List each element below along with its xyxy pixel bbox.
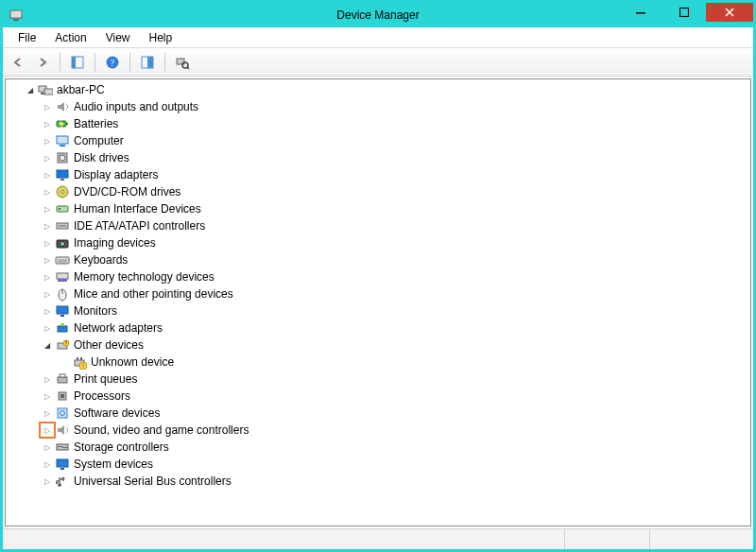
expand-icon[interactable] <box>40 167 55 182</box>
expand-icon[interactable] <box>40 269 55 285</box>
tree-item-label: Imaging devices <box>74 236 156 250</box>
help-button[interactable]: ? <box>101 51 124 74</box>
tree-row[interactable]: Software devices <box>6 405 750 422</box>
svg-rect-9 <box>147 57 153 68</box>
collapse-icon[interactable] <box>23 82 38 97</box>
close-button[interactable] <box>706 3 753 22</box>
svg-rect-1 <box>13 19 19 21</box>
tree-item-label: Software devices <box>74 406 160 420</box>
expand-icon[interactable] <box>40 371 55 387</box>
software-icon <box>55 405 70 421</box>
menu-action[interactable]: Action <box>45 29 95 46</box>
title-bar: Device Manager <box>3 3 753 27</box>
tree-row[interactable]: Universal Serial Bus controllers <box>6 473 750 490</box>
device-manager-window: Device Manager File Action View Help <box>0 0 756 552</box>
expand-icon[interactable] <box>40 133 55 148</box>
tree-row[interactable]: ?Other devices <box>6 336 750 354</box>
expand-icon[interactable] <box>40 116 55 131</box>
expand-icon[interactable] <box>40 235 55 250</box>
expand-icon[interactable] <box>40 218 55 233</box>
tree-item-label: Unknown device <box>91 355 174 369</box>
tree-row[interactable]: Storage controllers <box>6 439 750 456</box>
tree-row[interactable]: Audio inputs and outputs <box>6 98 750 115</box>
tree-item-label: Disk drives <box>74 151 129 164</box>
expand-icon[interactable] <box>40 252 55 267</box>
tree-row[interactable]: Memory technology devices <box>6 268 750 285</box>
svg-rect-2 <box>636 12 645 14</box>
minimize-button[interactable] <box>619 3 662 22</box>
expand-icon[interactable] <box>40 405 55 421</box>
menu-help[interactable]: Help <box>140 29 182 46</box>
tree-item-label: IDE ATA/ATAPI controllers <box>74 219 205 233</box>
display-icon <box>55 167 70 182</box>
tree-row[interactable]: DVD/CD-ROM drives <box>6 183 750 200</box>
svg-rect-59 <box>60 468 64 470</box>
menu-view[interactable]: View <box>96 29 140 46</box>
tree-row[interactable]: IDE ATA/ATAPI controllers <box>6 217 750 234</box>
expand-icon[interactable] <box>40 474 55 489</box>
expand-icon[interactable] <box>40 423 55 438</box>
separator <box>60 53 60 72</box>
expand-icon[interactable] <box>40 320 55 336</box>
expand-icon[interactable] <box>40 184 55 199</box>
computer-icon <box>55 133 70 148</box>
maximize-button[interactable] <box>662 3 706 22</box>
svg-rect-36 <box>58 279 67 282</box>
device-tree-pane[interactable]: akbar-PCAudio inputs and outputsBatterie… <box>5 78 751 526</box>
expand-icon[interactable] <box>40 303 55 319</box>
tree-row[interactable]: Display adapters <box>6 166 750 183</box>
expand-icon[interactable] <box>40 201 55 216</box>
expand-icon[interactable] <box>40 99 55 114</box>
tree-item-label: System devices <box>74 457 153 471</box>
expand-icon[interactable] <box>40 440 55 455</box>
tree-row[interactable]: Disk drives <box>6 149 750 166</box>
tree-row[interactable]: !Unknown device <box>6 354 750 371</box>
other-icon: ? <box>55 337 70 353</box>
audio-icon <box>55 99 70 114</box>
tree-row[interactable]: Human Interface Devices <box>6 200 750 217</box>
status-bar <box>3 528 753 549</box>
tree-row[interactable]: Monitors <box>6 302 750 319</box>
tree-item-label: Memory technology devices <box>74 270 215 284</box>
tree-row[interactable]: Computer <box>6 132 750 149</box>
mouse-icon <box>55 286 70 302</box>
tree-item-label: Storage controllers <box>74 440 169 454</box>
tree-row[interactable]: Imaging devices <box>6 234 750 251</box>
svg-rect-39 <box>57 306 68 314</box>
client-area: akbar-PCAudio inputs and outputsBatterie… <box>3 77 753 528</box>
expand-icon[interactable] <box>40 150 55 165</box>
tree-row[interactable]: Network adapters <box>6 319 750 336</box>
tree-item-label: Universal Serial Bus controllers <box>74 474 232 488</box>
tree-row[interactable]: Processors <box>6 388 750 405</box>
tree-row[interactable]: System devices <box>6 456 750 473</box>
expand-icon[interactable] <box>40 286 55 302</box>
svg-point-61 <box>62 477 65 480</box>
scan-hardware-button[interactable] <box>171 51 194 74</box>
tree-row[interactable]: Mice and other pointing devices <box>6 285 750 302</box>
svg-rect-0 <box>10 10 22 18</box>
memory-icon <box>55 269 70 285</box>
tree-row[interactable]: Print queues <box>6 371 750 388</box>
tree-row[interactable]: Keyboards <box>6 251 750 268</box>
tree-row[interactable]: akbar-PC <box>6 81 750 98</box>
back-button[interactable] <box>7 51 29 74</box>
tree-item-label: Audio inputs and outputs <box>74 100 198 113</box>
menu-file[interactable]: File <box>9 29 45 46</box>
status-segment <box>564 529 649 549</box>
tree-item-label: Other devices <box>74 338 144 352</box>
svg-point-21 <box>60 155 65 161</box>
tree-row[interactable]: Sound, video and game controllers <box>6 422 750 439</box>
tree-row[interactable]: Batteries <box>6 115 750 132</box>
expand-icon[interactable] <box>40 388 55 404</box>
forward-button[interactable] <box>31 51 54 74</box>
tool-bar: ? <box>3 48 753 77</box>
tree-item-label: DVD/CD-ROM drives <box>74 185 180 198</box>
svg-rect-18 <box>57 136 68 144</box>
show-hide-tree-button[interactable] <box>66 51 89 74</box>
separator <box>129 53 130 72</box>
tree-item-label: Batteries <box>74 117 118 130</box>
svg-rect-52 <box>60 374 65 377</box>
collapse-icon[interactable] <box>40 337 55 353</box>
actions-button[interactable] <box>136 51 159 74</box>
expand-icon[interactable] <box>40 457 55 472</box>
